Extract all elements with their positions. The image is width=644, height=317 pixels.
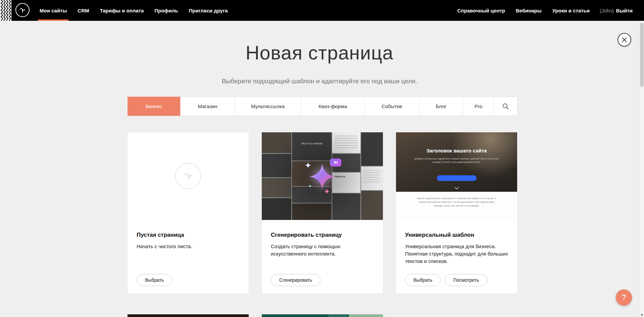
tilda-logo[interactable] <box>15 3 30 17</box>
card-title: Универсальный шаблон <box>405 232 508 238</box>
template-picker-screen: Мои сайты CRM Тарифы и оплата Профиль Пр… <box>0 0 644 317</box>
template-preview-partial[interactable] <box>396 314 517 317</box>
user-name: (John) <box>600 8 614 13</box>
nav-item-lessons[interactable]: Уроки и статьи <box>547 0 595 21</box>
secondary-navigation: Справочный центр Вебинары Уроки и статьи… <box>452 0 644 21</box>
card-title: Пустая страница <box>137 232 240 238</box>
select-template-button[interactable]: Выбрать <box>405 274 441 286</box>
search-icon <box>502 103 509 110</box>
tilda-watermark <box>175 163 201 189</box>
card-actions: Выбрать <box>137 274 172 286</box>
tab-quiz-form[interactable]: Квиз-форма <box>301 97 364 116</box>
card-description: Универсальная страница для бизнеса. Поня… <box>405 243 508 265</box>
collage-tile <box>262 132 291 153</box>
chevron-down-icon <box>396 185 517 191</box>
nav-item-webinars[interactable]: Вебинары <box>510 0 547 21</box>
collage-tile <box>262 154 291 177</box>
main-navigation: Мои сайты CRM Тарифы и оплата Профиль Пр… <box>34 0 233 21</box>
tab-blog[interactable]: Блог <box>419 97 463 116</box>
help-button[interactable]: ? <box>616 289 632 306</box>
tab-business[interactable]: Бизнес <box>128 97 180 116</box>
ai-generate-preview[interactable]: Title of Your Website About us <box>262 132 383 220</box>
template-hero-text: Добавьте интересные подробности о вашей … <box>412 157 501 164</box>
template-hero: Заголовок вашего сайта Добавьте интересн… <box>396 132 517 192</box>
next-template-row <box>128 314 517 317</box>
tilda-logo-icon <box>18 6 27 14</box>
scrollbar-down-arrow[interactable]: ▼ <box>639 313 644 317</box>
text-lines-decoration <box>364 170 380 183</box>
card-body: Универсальный шаблон Универсальная стран… <box>405 232 508 265</box>
nav-item-my-sites[interactable]: Мои сайты <box>34 0 72 21</box>
nav-item-profile[interactable]: Профиль <box>149 0 183 21</box>
card-title: Сгенерировать страницу <box>271 232 374 238</box>
tab-search[interactable] <box>494 97 517 116</box>
tab-event[interactable]: Событие <box>364 97 419 116</box>
template-hero-button <box>437 175 477 181</box>
template-preview-partial[interactable] <box>262 314 383 317</box>
logout-link[interactable]: (John) Выйти <box>595 0 637 21</box>
collage-tile <box>262 178 291 197</box>
collage-tile-doc <box>361 167 383 190</box>
card-body: Пустая страница Начать с чистого листа. <box>137 232 240 250</box>
card-blank-page: Пустая страница Начать с чистого листа. … <box>128 132 249 293</box>
card-description: Начать с чистого листа. <box>137 243 240 250</box>
text-lines-decoration <box>335 136 358 148</box>
nav-item-pricing[interactable]: Тарифы и оплата <box>94 0 149 21</box>
tab-store[interactable]: Магазин <box>180 97 235 116</box>
ai-badge: AI <box>330 158 341 167</box>
scrollbar-thumb[interactable] <box>640 22 644 87</box>
page-subtitle: Выберите подходящий шаблон и адаптируйте… <box>0 78 639 85</box>
tab-link-in-bio[interactable]: Мультиссылка <box>235 97 301 116</box>
blank-page-preview[interactable] <box>128 132 249 220</box>
card-body: Сгенерировать страницу Создать страницу … <box>271 232 374 258</box>
collage-site-title: Title of Your Website <box>292 142 332 145</box>
template-category-tabs: Бизнес Магазин Мультиссылка Квиз-форма С… <box>128 97 517 116</box>
vertical-scrollbar[interactable]: ▼ <box>639 21 644 317</box>
nav-item-invite-friend[interactable]: Пригласи друга <box>183 0 233 21</box>
collage-tile <box>361 191 383 220</box>
card-actions: Выбрать Посмотреть <box>405 274 488 286</box>
collage-tile <box>262 198 291 220</box>
template-hero-title: Заголовок вашего сайта <box>396 148 517 153</box>
page-title: Новая страница <box>0 42 639 64</box>
close-icon <box>622 37 627 43</box>
select-blank-button[interactable]: Выбрать <box>137 274 172 286</box>
collage-tile <box>292 203 332 220</box>
tilda-watermark-icon <box>182 170 194 182</box>
template-intro-text: Коротко представьтесь и расскажите о ком… <box>414 196 499 208</box>
card-ai-generate: Title of Your Website About us <box>262 132 383 293</box>
help-icon: ? <box>622 293 626 302</box>
generate-button[interactable]: Сгенерировать <box>271 274 320 286</box>
nav-item-help-center[interactable]: Справочный центр <box>452 0 510 21</box>
collage-tile <box>361 132 383 166</box>
card-universal-template: Заголовок вашего сайта Добавьте интересн… <box>396 132 517 293</box>
universal-template-preview[interactable]: Заголовок вашего сайта Добавьте интересн… <box>396 132 517 220</box>
template-preview-partial[interactable] <box>128 314 249 317</box>
view-template-button[interactable]: Посмотреть <box>445 274 487 286</box>
collage-tile-doc <box>332 132 360 153</box>
nav-item-crm[interactable]: CRM <box>72 0 94 21</box>
zigzag-pattern-decoration <box>0 0 11 21</box>
tab-pro[interactable]: Pro <box>463 97 494 116</box>
template-cards-grid: Пустая страница Начать с чистого листа. … <box>128 132 517 293</box>
close-button[interactable] <box>617 33 631 47</box>
card-actions: Сгенерировать <box>271 274 320 286</box>
logout-label: Выйти <box>616 8 633 13</box>
top-navbar: Мои сайты CRM Тарифы и оплата Профиль Пр… <box>0 0 644 21</box>
template-intro-section: Коротко представьтесь и расскажите о ком… <box>396 192 517 220</box>
card-description: Создать страницу с помощью искусственног… <box>271 243 374 258</box>
